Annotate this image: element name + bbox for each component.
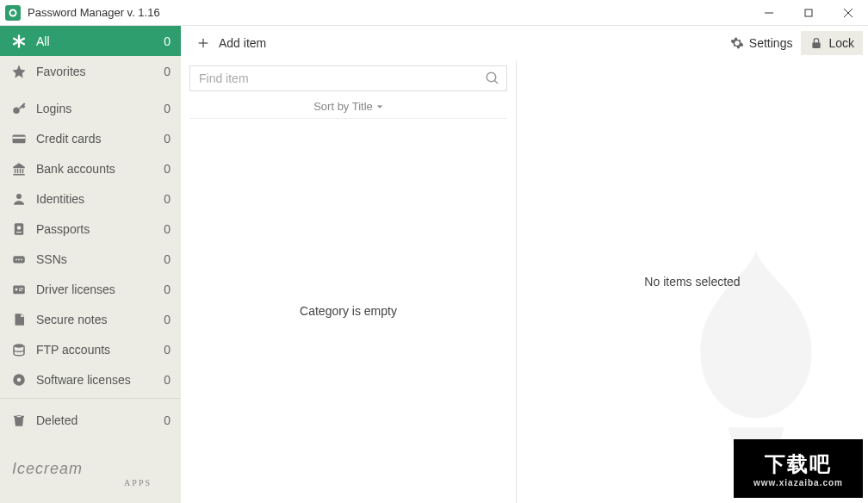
window-minimize-button[interactable] xyxy=(749,0,789,26)
svg-rect-19 xyxy=(19,288,23,289)
gear-icon xyxy=(730,36,744,50)
person-icon xyxy=(10,191,28,207)
svg-point-21 xyxy=(14,344,24,348)
window-maximize-button[interactable] xyxy=(789,0,828,26)
sidebar-item-label: All xyxy=(36,34,164,48)
sidebar-item-label: Driver licenses xyxy=(36,283,164,296)
window-close-button[interactable] xyxy=(828,0,868,26)
sidebar-spacer xyxy=(0,435,181,450)
sidebar-item-count: 0 xyxy=(164,222,170,236)
sidebar-item-count: 0 xyxy=(164,252,170,266)
sidebar-item-label: Logins xyxy=(36,102,164,115)
brand-line1: Icecream xyxy=(12,460,169,478)
add-item-label: Add item xyxy=(219,36,266,50)
trash-icon xyxy=(10,413,28,428)
svg-point-16 xyxy=(21,258,22,260)
settings-label: Settings xyxy=(749,36,793,50)
sidebar-item-count: 0 xyxy=(164,343,170,357)
sidebar-item-label: Favorites xyxy=(36,65,164,78)
search-input[interactable] xyxy=(189,65,507,91)
ftp-icon xyxy=(10,342,28,357)
svg-rect-26 xyxy=(813,42,821,48)
sidebar-item-passports[interactable]: Passports 0 xyxy=(0,214,181,244)
star-icon xyxy=(10,64,28,79)
svg-rect-20 xyxy=(19,289,22,290)
card-icon xyxy=(10,131,28,146)
main: All 0 Favorites 0 Logins 0 Credit cards … xyxy=(0,26,868,503)
app-title: Password Manager v. 1.16 xyxy=(28,6,160,19)
settings-button[interactable]: Settings xyxy=(722,31,802,55)
sort-label: Sort by Title xyxy=(313,100,373,113)
asterisk-icon xyxy=(10,34,28,49)
svg-point-23 xyxy=(17,377,22,382)
lock-label: Lock xyxy=(828,36,854,50)
bank-icon xyxy=(10,161,28,177)
add-item-button[interactable]: Add item xyxy=(189,33,273,53)
sidebar-item-label: Identities xyxy=(36,192,164,206)
sidebar: All 0 Favorites 0 Logins 0 Credit cards … xyxy=(0,26,181,503)
svg-point-15 xyxy=(18,258,20,260)
svg-rect-3 xyxy=(805,9,812,16)
window-controls xyxy=(749,0,868,26)
sidebar-item-all[interactable]: All 0 xyxy=(0,26,181,56)
ssn-icon xyxy=(10,251,28,267)
detail-pane: No items selected xyxy=(517,60,868,503)
software-icon xyxy=(10,372,28,388)
sidebar-item-bank-accounts[interactable]: Bank accounts 0 xyxy=(0,153,181,183)
sidebar-item-logins[interactable]: Logins 0 xyxy=(0,93,181,123)
sidebar-item-count: 0 xyxy=(164,102,170,115)
download-badge: 下载吧 www.xiazaiba.com xyxy=(734,439,863,498)
chevron-down-icon xyxy=(376,103,383,110)
titlebar-left: Password Manager v. 1.16 xyxy=(0,5,160,21)
sidebar-item-count: 0 xyxy=(164,192,170,206)
svg-rect-7 xyxy=(13,134,26,143)
sidebar-item-count: 0 xyxy=(164,132,170,146)
sidebar-gap xyxy=(0,86,181,93)
svg-line-28 xyxy=(494,80,498,84)
sidebar-item-count: 0 xyxy=(164,283,170,296)
brand: Icecream APPS xyxy=(0,450,181,503)
sidebar-item-identities[interactable]: Identities 0 xyxy=(0,183,181,214)
badge-small: www.xiazaiba.com xyxy=(753,478,843,487)
sidebar-item-count: 0 xyxy=(164,65,170,78)
sidebar-item-software-licenses[interactable]: Software licenses 0 xyxy=(0,364,181,394)
sidebar-item-label: SSNs xyxy=(36,252,164,266)
svg-point-14 xyxy=(16,258,17,260)
detail-empty-message: No items selected xyxy=(644,275,740,289)
app-icon xyxy=(5,5,21,21)
svg-rect-12 xyxy=(16,232,22,233)
lock-button[interactable]: Lock xyxy=(801,31,863,55)
panes: Sort by Title Category is empty No items… xyxy=(181,60,868,503)
sidebar-item-label: FTP accounts xyxy=(36,343,164,357)
lock-icon xyxy=(809,36,823,50)
sidebar-item-ssns[interactable]: SSNs 0 xyxy=(0,244,181,274)
sidebar-item-driver-licenses[interactable]: Driver licenses 0 xyxy=(0,274,181,304)
content: Add item Settings Lock Sort by Title xyxy=(181,26,868,503)
note-icon xyxy=(10,312,28,327)
brand-line2: APPS xyxy=(12,478,169,487)
sidebar-item-count: 0 xyxy=(164,34,170,48)
passport-icon xyxy=(10,221,28,237)
list-pane: Sort by Title Category is empty xyxy=(181,60,517,503)
sidebar-item-count: 0 xyxy=(164,413,170,427)
svg-rect-17 xyxy=(13,285,25,294)
sidebar-item-deleted[interactable]: Deleted 0 xyxy=(0,405,181,435)
sidebar-item-label: Credit cards xyxy=(36,132,164,146)
sort-button[interactable]: Sort by Title xyxy=(189,95,507,119)
sidebar-item-ftp-accounts[interactable]: FTP accounts 0 xyxy=(0,334,181,364)
sidebar-item-favorites[interactable]: Favorites 0 xyxy=(0,56,181,86)
sidebar-item-credit-cards[interactable]: Credit cards 0 xyxy=(0,123,181,153)
sidebar-item-label: Passports xyxy=(36,222,164,236)
list-empty-message: Category is empty xyxy=(189,119,507,503)
sidebar-item-label: Secure notes xyxy=(36,313,164,326)
toolbar: Add item Settings Lock xyxy=(181,26,868,60)
sidebar-item-count: 0 xyxy=(164,313,170,326)
sidebar-item-count: 0 xyxy=(164,373,170,387)
sidebar-item-secure-notes[interactable]: Secure notes 0 xyxy=(0,304,181,334)
sidebar-item-label: Bank accounts xyxy=(36,162,164,176)
svg-point-18 xyxy=(16,288,18,290)
search-box xyxy=(189,65,507,91)
svg-point-6 xyxy=(13,107,20,114)
sidebar-item-label: Deleted xyxy=(36,413,164,427)
svg-point-9 xyxy=(16,194,22,199)
